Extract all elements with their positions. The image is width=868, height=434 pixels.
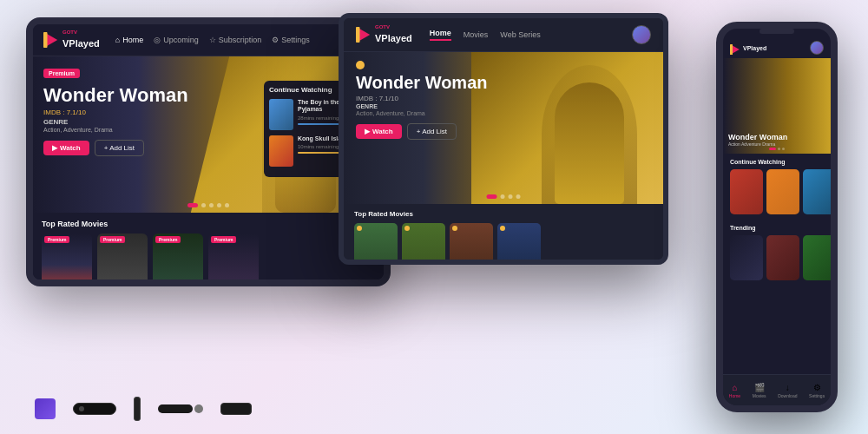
tablet-nav: ⌂ Home ◎ Upcoming ☆ Subscription ⚙ Setti…	[115, 36, 339, 44]
mobile-hero-content: Wonder Woman Action Adventure Drama	[728, 133, 787, 147]
hero-buttons: ▶ Watch + Add List	[43, 140, 188, 156]
device-amazon-box	[35, 398, 56, 419]
desktop-nav: Home Movies Web Series	[430, 29, 615, 41]
desktop-dot-2[interactable]	[501, 194, 505, 199]
nav-subscription-label: Subscription	[219, 36, 262, 44]
desktop-header: GOTV VPlayed Home Movies Web Series	[344, 18, 663, 52]
desktop-movies-row: ... SWEET COUNTRY SINNER ...	[354, 223, 653, 265]
nav-home[interactable]: ⌂ Home	[115, 36, 143, 44]
desktop-premium-dot	[356, 61, 365, 69]
tablet-header: GOTV VPlayed ⌂ Home ◎ Upcoming ☆ Subscri…	[33, 24, 384, 56]
dot-5[interactable]	[225, 203, 229, 207]
mobile-cw-card-2[interactable]	[766, 169, 799, 214]
desktop-watch-button[interactable]: ▶ Watch	[356, 124, 402, 139]
subscription-icon: ☆	[209, 36, 216, 44]
desktop-nav-movies[interactable]: Movies	[464, 30, 489, 39]
mobile-download-icon: ↓	[786, 383, 790, 392]
logo-text-area: GOTV VPlayed	[62, 30, 100, 50]
device-apple-tv	[220, 403, 252, 415]
movie-card-4[interactable]: Premium Cold Soul...	[208, 233, 259, 286]
mobile-trend-card-2[interactable]	[766, 235, 799, 280]
desktop-hero-content: Wonder Woman IMDB : 7.1/10 GENRE Action,…	[356, 61, 487, 140]
desktop-user-avatar[interactable]	[632, 25, 651, 44]
play-icon	[43, 32, 59, 48]
desktop-nav-home[interactable]: Home	[430, 29, 451, 41]
mobile-cw-card-3[interactable]	[803, 169, 836, 214]
dot-2[interactable]	[201, 203, 206, 207]
home-icon: ⌂	[115, 36, 120, 44]
dmc-3[interactable]: SINNER	[450, 223, 493, 265]
mobile-dot-2[interactable]	[778, 148, 780, 150]
dmc-1[interactable]: ...	[354, 223, 398, 265]
device-fire-stick-2	[134, 397, 141, 421]
mobile-trend-card-3[interactable]	[803, 235, 836, 280]
desktop-dot-3[interactable]	[509, 194, 513, 199]
mobile-carousel-dots	[723, 148, 831, 150]
movie-card-2[interactable]: Premium LOGAN	[97, 233, 148, 286]
svg-marker-0	[47, 34, 58, 46]
mobile-nav-settings[interactable]: ⚙ Settings	[809, 383, 825, 398]
svg-rect-5	[730, 44, 733, 55]
nav-upcoming[interactable]: ◎ Upcoming	[154, 36, 199, 44]
mobile-nav-home[interactable]: ⌂ Home	[729, 383, 740, 398]
mobile-settings-label: Settings	[809, 393, 825, 398]
mobile-settings-icon: ⚙	[813, 383, 821, 392]
dot-3[interactable]	[209, 203, 214, 207]
dmc-dot-2	[404, 226, 410, 231]
mobile-cw-card-1[interactable]	[730, 169, 763, 214]
dmc-2[interactable]: SWEET COUNTRY	[402, 223, 445, 265]
add-list-button[interactable]: + Add List	[95, 140, 144, 156]
desktop-hero: Wonder Woman IMDB : 7.1/10 GENRE Action,…	[344, 52, 663, 204]
fire-stick-shape-1	[73, 403, 116, 415]
desktop-nav-web-series[interactable]: Web Series	[500, 30, 540, 39]
top-rated-title: Top Rated Movies	[42, 220, 375, 228]
desktop-hero-body	[555, 82, 624, 204]
mobile-hero-title: Wonder Woman	[728, 133, 787, 141]
desktop-dot-1[interactable]	[487, 194, 497, 199]
mobile-movies-icon: 🎬	[754, 383, 765, 392]
fire-stick-shape-2	[134, 397, 141, 421]
dot-4[interactable]	[217, 203, 221, 207]
watch-button[interactable]: ▶ Watch	[43, 141, 89, 155]
desktop-hero-rating: IMDB : 7.1/10	[356, 95, 487, 102]
desktop-hero-buttons: ▶ Watch + Add List	[356, 123, 487, 140]
desktop-add-list-button[interactable]: + Add List	[407, 123, 457, 140]
mobile-hero: Wonder Woman Action Adventure Drama	[723, 58, 831, 154]
svg-marker-2	[359, 29, 371, 41]
mobile-continue-watching: Continue Watching	[723, 154, 831, 220]
mobile-download-label: Download	[778, 393, 797, 398]
amazon-box-shape	[35, 398, 56, 419]
nav-settings[interactable]: ⚙ Settings	[272, 36, 310, 44]
dmc-4[interactable]: ...	[497, 223, 541, 265]
mobile-movies-label: Movies	[753, 393, 766, 398]
watch-label: Watch	[60, 144, 81, 152]
chromecast-body	[158, 404, 193, 413]
mobile-trending-cards	[730, 235, 824, 280]
mobile-logo-text: VPlayed	[743, 45, 766, 51]
chromecast-head	[194, 404, 203, 413]
movie-card-3[interactable]: Premium TERMINAL	[153, 233, 203, 286]
chromecast-shape	[158, 404, 203, 413]
hero-title: Wonder Woman	[43, 85, 188, 106]
mobile-nav-download[interactable]: ↓ Download	[778, 383, 797, 398]
desktop-hero-title: Wonder Woman	[356, 73, 487, 92]
nav-settings-label: Settings	[281, 36, 310, 44]
mobile-logo: VPlayed	[730, 43, 766, 53]
mobile-header: VPlayed	[723, 37, 831, 58]
mobile-user-avatar[interactable]	[810, 41, 824, 55]
mobile-trend-card-1[interactable]	[730, 235, 763, 280]
movie-card-1[interactable]: Premium STAR WARS	[42, 233, 92, 286]
logo-sub: GOTV	[62, 30, 100, 35]
movie-badge-4: Premium	[211, 236, 236, 243]
mobile-dot-3[interactable]	[782, 148, 785, 150]
movies-row: Premium STAR WARS Premium LOGAN Premium …	[42, 233, 375, 286]
nav-subscription[interactable]: ☆ Subscription	[209, 36, 262, 44]
devices-row	[35, 397, 252, 421]
desktop-logo: GOTV VPlayed	[356, 24, 412, 45]
mobile-dot-1[interactable]	[769, 148, 776, 150]
hero-genre: Action, Adventure, Drama	[43, 127, 188, 133]
desktop-dot-4[interactable]	[516, 194, 521, 199]
mobile-nav-movies[interactable]: 🎬 Movies	[753, 383, 766, 398]
tablet-hero: Premium Wonder Woman IMDB : 7.1/10 GENRE…	[33, 56, 384, 213]
dot-1[interactable]	[187, 203, 198, 207]
